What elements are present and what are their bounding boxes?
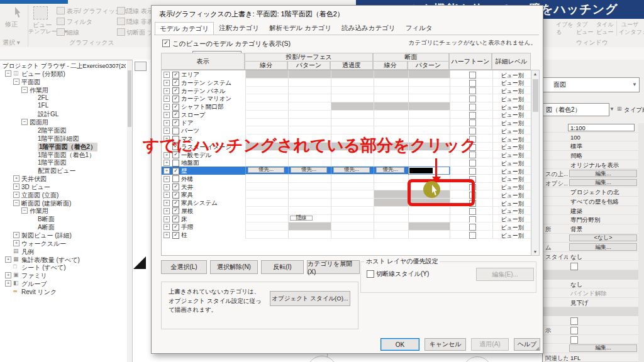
expand-icon[interactable]: + [164, 160, 170, 166]
tree-item[interactable]: 設計GL [0, 109, 127, 118]
cell[interactable] [288, 79, 331, 87]
cell[interactable]: 隠線 [288, 215, 331, 223]
cell[interactable] [288, 222, 331, 231]
collapse-icon[interactable]: − [13, 79, 19, 85]
cell[interactable] [288, 94, 331, 102]
cell[interactable]: ビュー別 [492, 87, 531, 95]
cell[interactable] [374, 183, 408, 191]
tab-views-button[interactable]: ビュー [576, 28, 593, 36]
table-scrollbar[interactable]: ▲ ▼ [531, 70, 540, 256]
cell[interactable] [374, 111, 408, 119]
cell[interactable]: ビュー別 [492, 190, 531, 199]
expand-icon[interactable]: + [164, 120, 170, 126]
cell[interactable] [331, 199, 374, 207]
cell[interactable]: ビュー別 [492, 111, 531, 119]
expand-icon[interactable]: + [164, 232, 170, 238]
cell[interactable] [408, 158, 450, 167]
cell[interactable] [245, 175, 288, 183]
property-edit-button[interactable]: <なし> [569, 234, 637, 242]
cell[interactable]: ビュー別 [492, 215, 531, 223]
property-row[interactable]: 1:100 [543, 123, 638, 133]
property-row[interactable]: プロジェクトの北 [543, 187, 638, 197]
cell[interactable] [374, 119, 408, 127]
expand-icon[interactable]: + [13, 240, 19, 246]
category-checkbox[interactable]: ✓ [172, 111, 179, 118]
cell[interactable] [450, 102, 492, 111]
property-row[interactable]: 100 [543, 133, 638, 142]
cell[interactable] [374, 102, 408, 111]
cell[interactable] [288, 111, 331, 119]
expand-icon[interactable]: + [164, 184, 170, 190]
table-row-壁[interactable]: 優先...優先...優先...優先...ビュー別+✓壁 [162, 167, 531, 175]
cell[interactable] [331, 111, 374, 119]
cell[interactable] [408, 111, 450, 119]
cell[interactable] [288, 87, 331, 95]
cell[interactable]: ビュー別 [492, 143, 531, 151]
expand-categories-button[interactable]: カテゴリを展開(X) [307, 260, 360, 274]
category-checkbox[interactable] [172, 160, 179, 167]
cell[interactable] [374, 190, 408, 199]
halftone-checkbox[interactable] [469, 160, 476, 167]
cell[interactable] [450, 94, 492, 102]
cell[interactable] [408, 215, 450, 223]
cell[interactable] [408, 207, 450, 215]
tree-item[interactable]: −図面用 [0, 118, 127, 126]
category-checkbox[interactable]: ✓ [172, 232, 179, 239]
halftone-checkbox[interactable] [469, 119, 476, 126]
table-row-エリア[interactable]: ビュー別+✓エリア [162, 70, 531, 79]
category-checkbox[interactable]: ✓ [172, 184, 179, 190]
halftone-checkbox[interactable] [469, 224, 476, 231]
tab-3[interactable]: 読み込みカテゴリ [336, 21, 400, 35]
table-row-床[interactable]: 隠線ビュー別+✓床 [162, 215, 531, 223]
cell[interactable] [374, 70, 408, 79]
cell[interactable] [408, 94, 450, 102]
cell[interactable] [374, 222, 408, 231]
table-row-手摺[interactable]: ビュー別+✓手摺 [162, 222, 531, 231]
halftone-checkbox[interactable] [469, 87, 476, 94]
object-styles-button[interactable]: オブジェクト スタイル(O)... [270, 291, 350, 306]
tree-item[interactable]: +◧グループ [0, 279, 127, 287]
property-checkbox[interactable] [570, 317, 578, 325]
property-row[interactable]: ム編集... [543, 243, 638, 252]
cell[interactable] [374, 215, 408, 223]
cell[interactable]: 優先... [245, 167, 288, 175]
cell[interactable] [245, 79, 288, 87]
property-input[interactable]: 1:100 [568, 124, 635, 131]
select-all-button[interactable]: 全選択(L) [161, 260, 207, 274]
tree-item[interactable]: ∞Revit リンク [0, 287, 127, 295]
override-cell[interactable]: 優先... [376, 167, 404, 173]
expand-icon[interactable]: + [13, 192, 19, 198]
cell[interactable] [450, 207, 492, 215]
cell[interactable] [288, 199, 331, 207]
tree-item[interactable]: −平面図 [0, 77, 127, 85]
invert-button[interactable]: 反転(I) [261, 260, 304, 274]
expand-icon[interactable]: + [164, 128, 170, 134]
tree-item[interactable]: −◫ビュー (分類順) [0, 69, 127, 77]
halftone-checkbox[interactable] [469, 72, 476, 79]
table-row-家具[interactable]: ビュー別+✓家具 [162, 190, 531, 199]
category-checkbox[interactable]: ✓ [172, 224, 179, 231]
cell[interactable]: ビュー別 [492, 102, 531, 111]
property-row[interactable]: 所背景 [543, 224, 638, 234]
halftone-checkbox[interactable] [469, 168, 476, 175]
cell[interactable]: ビュー別 [492, 183, 531, 191]
cell[interactable] [245, 231, 288, 239]
cell[interactable] [408, 231, 450, 239]
category-checkbox[interactable]: ✓ [172, 104, 179, 111]
collapse-icon[interactable]: − [13, 200, 19, 206]
cell[interactable] [450, 70, 492, 79]
property-row[interactable]: 専門分野別 [543, 215, 638, 224]
tree-item[interactable]: 配置図ビュー [0, 166, 127, 174]
cell[interactable] [331, 207, 374, 215]
category-checkbox[interactable]: ✓ [172, 168, 179, 175]
cell[interactable] [374, 87, 408, 95]
cell[interactable] [408, 167, 450, 175]
cell[interactable] [450, 79, 492, 87]
cell[interactable]: ビュー別 [492, 126, 531, 134]
cell[interactable] [245, 102, 288, 111]
cell[interactable] [331, 70, 374, 79]
expand-icon[interactable]: + [164, 88, 170, 94]
cell[interactable]: ビュー別 [492, 94, 531, 102]
browser-scrollbar[interactable] [127, 60, 132, 362]
property-row[interactable] [543, 261, 638, 271]
